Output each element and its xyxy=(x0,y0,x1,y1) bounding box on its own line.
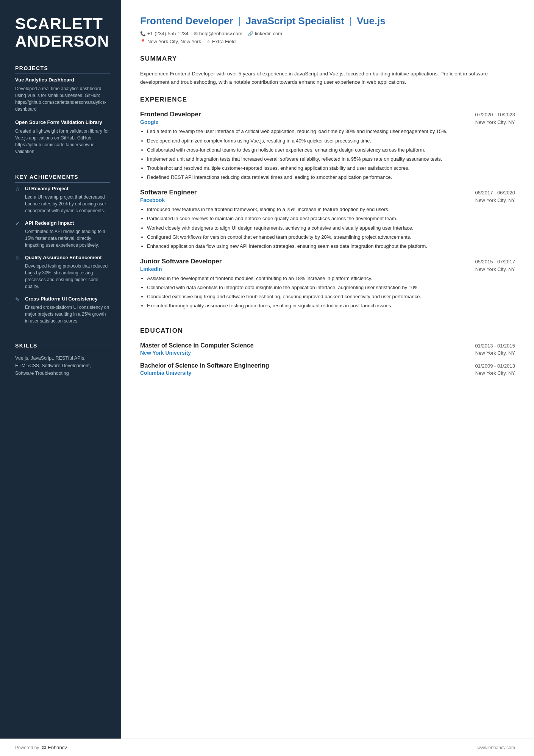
achievement-content: UI Revamp Project Led a UI revamp projec… xyxy=(25,186,110,214)
degree-title: Bachelor of Science in Software Engineer… xyxy=(140,362,269,370)
achievement-title: Cross-Platform UI Consistency xyxy=(25,296,110,302)
achievement-item: ♘ Quality Assurance Enhancement Develope… xyxy=(15,255,110,290)
contact-row: 📞 +1-(234)-555-1234 ✉ help@enhancv.com 🔗… xyxy=(140,31,515,36)
edu-subheader: New York University New York City, NY xyxy=(140,350,515,356)
experience-item: Junior Software Developer 05/2015 - 07/2… xyxy=(140,258,515,310)
achievement-content: Cross-Platform UI Consistency Ensured cr… xyxy=(25,296,110,324)
edu-location: New York City, NY xyxy=(475,350,515,356)
project-title: Vue Analytics Dashboard xyxy=(15,77,110,83)
degree-title: Master of Science in Computer Science xyxy=(140,342,254,350)
experience-item: Frontend Developer 07/2020 - 10/2023 Goo… xyxy=(140,111,515,181)
bullet-item: Developed and optimized complex forms us… xyxy=(147,137,515,145)
achievements-heading: KEY ACHIEVEMENTS xyxy=(15,174,110,183)
achievement-title: UI Revamp Project xyxy=(25,186,110,192)
exp-header: Frontend Developer 07/2020 - 10/2023 xyxy=(140,111,515,118)
extra-contact: ☆ Extra Field xyxy=(206,39,236,44)
company-name: Facebook xyxy=(140,197,165,203)
main-content: Frontend Developer | JavaScript Speciali… xyxy=(121,0,534,739)
job-dates: 07/2020 - 10/2023 xyxy=(475,112,515,117)
project-title: Open Source Form Validation Library xyxy=(15,119,110,126)
sidebar: SCARLETT ANDERSON PROJECTS Vue Analytics… xyxy=(0,0,121,739)
edu-dates: 01/2013 - 01/2015 xyxy=(475,343,515,349)
check-icon: ✔ xyxy=(15,221,22,227)
enhancv-logo: ∞ Enhancv xyxy=(41,743,67,751)
achievement-desc: Developed testing protocols that reduced… xyxy=(25,263,110,290)
school-name: Columbia University xyxy=(140,370,191,376)
contact-row2: 📍 New York City, New York ☆ Extra Field xyxy=(140,39,515,44)
summary-text: Experienced Frontend Developer with over… xyxy=(140,70,515,86)
project-description: Created a lightweight form validation li… xyxy=(15,128,110,155)
location-contact: 📍 New York City, New York xyxy=(140,39,201,44)
bullet-item: Led a team to revamp the user interface … xyxy=(147,128,515,135)
achievement-item: ✔ API Redesign Impact Contributed to API… xyxy=(15,220,110,249)
bullet-item: Introduced new features in the frontend … xyxy=(147,206,515,213)
project-item: Vue Analytics Dashboard Developed a real… xyxy=(15,77,110,113)
job-bullets: Assisted in the development of frontend … xyxy=(140,275,515,310)
bullet-item: Troubleshot and resolved multiple custom… xyxy=(147,164,515,172)
exp-subheader: Facebook New York City, NY xyxy=(140,197,515,203)
skills-heading: SKILLS xyxy=(15,343,110,351)
achievement-title: API Redesign Impact xyxy=(25,220,110,227)
star-icon: ☆ xyxy=(15,186,22,192)
experience-item: Software Engineer 08/2017 - 06/2020 Face… xyxy=(140,189,515,250)
footer-website: www.enhancv.com xyxy=(478,745,515,750)
company-name: LinkedIn xyxy=(140,266,162,272)
resume-header: Frontend Developer | JavaScript Speciali… xyxy=(140,15,515,44)
job-role: Junior Software Developer xyxy=(140,258,222,265)
education-heading: EDUCATION xyxy=(140,327,515,337)
exp-subheader: Google New York City, NY xyxy=(140,119,515,125)
project-item: Open Source Form Validation Library Crea… xyxy=(15,119,110,155)
edu-dates: 01/2009 - 01/2013 xyxy=(475,363,515,369)
education-item: Master of Science in Computer Science 01… xyxy=(140,342,515,356)
achievement-desc: Led a UI revamp project that decreased b… xyxy=(25,194,110,214)
achievement-content: Quality Assurance Enhancement Developed … xyxy=(25,255,110,290)
exp-header: Software Engineer 08/2017 - 06/2020 xyxy=(140,189,515,196)
achievement-content: API Redesign Impact Contributed to API r… xyxy=(25,220,110,249)
bullet-item: Participated in code reviews to maintain… xyxy=(147,215,515,222)
job-location: New York City, NY xyxy=(475,119,515,125)
job-role: Frontend Developer xyxy=(140,111,201,118)
achievement-title: Quality Assurance Enhancement xyxy=(25,255,110,261)
linkedin-contact: 🔗 linkedin.com xyxy=(248,31,282,36)
exp-subheader: LinkedIn New York City, NY xyxy=(140,266,515,272)
bullet-item: Assisted in the development of frontend … xyxy=(147,275,515,282)
phone-contact: 📞 +1-(234)-555-1234 xyxy=(140,31,189,36)
edu-header: Bachelor of Science in Software Engineer… xyxy=(140,362,515,370)
projects-heading: PROJECTS xyxy=(15,65,110,74)
project-description: Developed a real-time analytics dashboar… xyxy=(15,85,110,113)
phone-icon: 📞 xyxy=(140,31,146,36)
email-icon: ✉ xyxy=(194,31,198,36)
edu-header: Master of Science in Computer Science 01… xyxy=(140,342,515,350)
bullet-item: Collaborated with cross-functional teams… xyxy=(147,146,515,154)
bullet-item: Redefined REST API interactions reducing… xyxy=(147,174,515,181)
achievements-section: KEY ACHIEVEMENTS ☆ UI Revamp Project Led… xyxy=(15,174,110,330)
bullet-item: Worked closely with designers to align U… xyxy=(147,224,515,232)
brand-name: Enhancv xyxy=(48,745,67,750)
summary-section: SUMMARY Experienced Frontend Developer w… xyxy=(140,55,515,86)
experience-heading: EXPERIENCE xyxy=(140,96,515,106)
education-section: EDUCATION Master of Science in Computer … xyxy=(140,327,515,382)
job-role: Software Engineer xyxy=(140,189,197,196)
bullet-item: Enhanced application data flow using new… xyxy=(147,243,515,250)
link-icon: 🔗 xyxy=(248,31,253,36)
achievement-item: ✎ Cross-Platform UI Consistency Ensured … xyxy=(15,296,110,324)
job-title: Frontend Developer | JavaScript Speciali… xyxy=(140,15,515,27)
projects-section: PROJECTS Vue Analytics Dashboard Develop… xyxy=(15,65,110,162)
bullet-item: Collaborated with data scientists to int… xyxy=(147,284,515,291)
person-icon: ♘ xyxy=(15,255,22,261)
job-bullets: Introduced new features in the frontend … xyxy=(140,206,515,250)
achievement-item: ☆ UI Revamp Project Led a UI revamp proj… xyxy=(15,186,110,214)
school-name: New York University xyxy=(140,350,191,356)
bullet-item: Executed thorough quality assurance test… xyxy=(147,302,515,310)
job-bullets: Led a team to revamp the user interface … xyxy=(140,128,515,181)
job-dates: 05/2015 - 07/2017 xyxy=(475,259,515,265)
powered-by-label: Powered by xyxy=(15,745,39,750)
job-dates: 08/2017 - 06/2020 xyxy=(475,190,515,196)
summary-heading: SUMMARY xyxy=(140,55,515,65)
job-location: New York City, NY xyxy=(475,266,515,272)
achievement-desc: Ensured cross-platform UI consistency on… xyxy=(25,304,110,324)
company-name: Google xyxy=(140,119,158,125)
star-outline-icon: ☆ xyxy=(206,39,211,44)
footer-left: Powered by ∞ Enhancv xyxy=(15,743,67,751)
bullet-item: Conducted extensive bug fixing and softw… xyxy=(147,293,515,301)
